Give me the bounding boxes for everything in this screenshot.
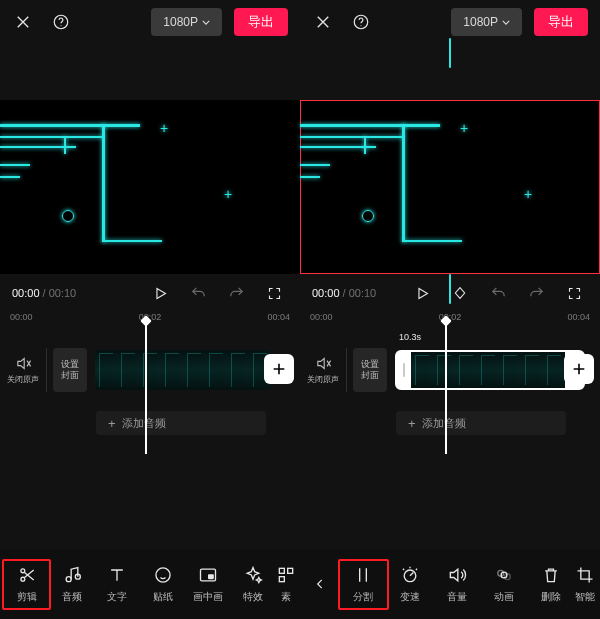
- video-preview[interactable]: + +: [0, 100, 300, 274]
- tool-audio[interactable]: 音频: [49, 561, 94, 608]
- mute-original-button[interactable]: 关闭原声: [306, 355, 340, 385]
- export-button[interactable]: 导出: [534, 8, 588, 36]
- add-audio-button[interactable]: + 添加音频: [96, 411, 266, 435]
- export-label: 导出: [548, 13, 574, 31]
- playhead[interactable]: [445, 320, 447, 454]
- resolution-label: 1080P: [463, 15, 498, 29]
- svg-point-15: [404, 570, 416, 582]
- add-audio-label: 添加音频: [422, 416, 466, 431]
- undo-button[interactable]: [184, 279, 212, 307]
- clip-handle-left[interactable]: [397, 352, 411, 388]
- fullscreen-button[interactable]: [560, 279, 588, 307]
- clip-duration-badge: 10.3s: [399, 332, 421, 342]
- resolution-button[interactable]: 1080P: [451, 8, 522, 36]
- tool-sticker[interactable]: 贴纸: [140, 561, 185, 608]
- timeline[interactable]: 关闭原声 设置 封面: [0, 334, 300, 406]
- svg-point-13: [360, 25, 361, 26]
- split-icon: [353, 565, 373, 585]
- tool-material[interactable]: 素: [276, 561, 296, 608]
- export-button[interactable]: 导出: [234, 8, 288, 36]
- current-time: 00:00: [312, 287, 340, 299]
- trash-icon: [541, 565, 561, 585]
- resolution-button[interactable]: 1080P: [151, 8, 222, 36]
- add-audio-button[interactable]: + 添加音频: [396, 411, 566, 435]
- export-label: 导出: [248, 13, 274, 31]
- play-button[interactable]: [408, 279, 436, 307]
- tool-fx[interactable]: 特效: [231, 561, 276, 608]
- video-preview[interactable]: + +: [300, 100, 600, 274]
- sticker-icon: [153, 565, 173, 585]
- add-audio-label: 添加音频: [122, 416, 166, 431]
- svg-point-3: [21, 577, 25, 581]
- play-button[interactable]: [146, 279, 174, 307]
- svg-rect-9: [279, 568, 284, 573]
- add-clip-button[interactable]: [264, 354, 294, 384]
- left-pane: 1080P 导出 + + 00:00 / 00:10: [0, 0, 300, 619]
- chevron-left-icon: [313, 577, 327, 591]
- mute-label: 关闭原声: [7, 375, 39, 385]
- chevron-down-icon: [502, 20, 510, 25]
- tool-text[interactable]: 文字: [95, 561, 140, 608]
- video-clip-selected[interactable]: [395, 350, 585, 390]
- bottom-toolbar: 分割 变速 音量 动画 删除 智能: [300, 549, 600, 619]
- tool-delete[interactable]: 删除: [527, 561, 574, 608]
- svg-rect-10: [288, 568, 293, 573]
- tool-split[interactable]: 分割: [340, 561, 387, 608]
- crop-icon: [575, 565, 595, 585]
- duration: 00:10: [349, 287, 377, 299]
- pip-icon: [198, 565, 218, 585]
- grid-icon: [276, 565, 296, 585]
- add-clip-button[interactable]: [564, 354, 594, 384]
- time-display: 00:00 / 00:10: [12, 287, 76, 299]
- resolution-label: 1080P: [163, 15, 198, 29]
- video-clip[interactable]: [95, 350, 271, 390]
- redo-button[interactable]: [522, 279, 550, 307]
- tool-volume[interactable]: 音量: [434, 561, 481, 608]
- close-icon[interactable]: [306, 5, 340, 39]
- clip-track[interactable]: 10.3s: [395, 346, 594, 394]
- mute-original-button[interactable]: 关闭原声: [6, 355, 40, 385]
- svg-point-6: [156, 567, 170, 581]
- scissors-icon: [17, 565, 37, 585]
- tool-smart[interactable]: 智能: [574, 561, 596, 608]
- help-icon[interactable]: [44, 5, 78, 39]
- transport-bar: 00:00 / 00:10: [0, 274, 300, 312]
- clip-track[interactable]: [95, 346, 294, 394]
- text-icon: [107, 565, 127, 585]
- playhead-bottom-segment: [449, 274, 451, 304]
- animation-icon: [494, 565, 514, 585]
- set-cover-button[interactable]: 设置 封面: [53, 348, 87, 392]
- svg-point-1: [60, 25, 61, 26]
- tool-anim[interactable]: 动画: [480, 561, 527, 608]
- set-cover-button[interactable]: 设置 封面: [353, 348, 387, 392]
- svg-rect-8: [208, 574, 214, 579]
- time-display: 00:00 / 00:10: [312, 287, 376, 299]
- mute-label: 关闭原声: [307, 375, 339, 385]
- timeline[interactable]: 关闭原声 设置 封面 10.3s: [300, 334, 600, 406]
- mute-icon: [315, 355, 332, 372]
- help-icon[interactable]: [344, 5, 378, 39]
- volume-icon: [447, 565, 467, 585]
- svg-point-4: [66, 576, 71, 581]
- mute-icon: [15, 355, 32, 372]
- plus-icon: [271, 361, 287, 377]
- duration: 00:10: [49, 287, 77, 299]
- playhead-top-segment: [449, 38, 451, 68]
- plus-icon: [571, 361, 587, 377]
- fullscreen-button[interactable]: [260, 279, 288, 307]
- top-bar: 1080P 导出: [0, 0, 300, 44]
- speed-icon: [400, 565, 420, 585]
- tool-speed[interactable]: 变速: [387, 561, 434, 608]
- undo-button[interactable]: [484, 279, 512, 307]
- playhead[interactable]: [145, 320, 147, 454]
- time-ruler[interactable]: 00:00 00:02 00:04: [0, 312, 300, 334]
- time-ruler[interactable]: 00:00 00:02 00:04: [300, 312, 600, 334]
- tool-edit[interactable]: 剪辑: [4, 561, 49, 608]
- current-time: 00:00: [12, 287, 40, 299]
- close-icon[interactable]: [6, 5, 40, 39]
- chevron-down-icon: [202, 20, 210, 25]
- svg-point-2: [21, 568, 25, 572]
- redo-button[interactable]: [222, 279, 250, 307]
- tool-pip[interactable]: 画中画: [185, 561, 230, 608]
- back-button[interactable]: [304, 562, 336, 606]
